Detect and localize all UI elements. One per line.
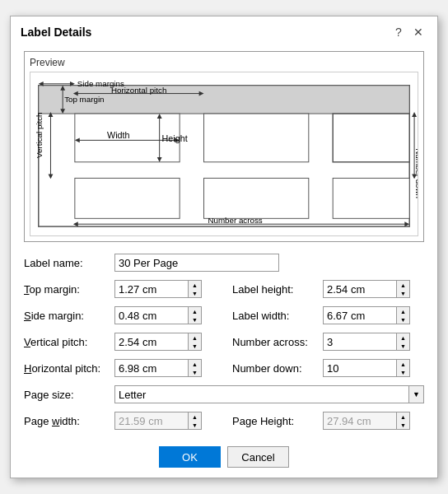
number-down-up[interactable]: ▲	[397, 360, 409, 368]
vertical-pitch-spinner: ▲ ▼	[189, 333, 202, 351]
number-down-spinner: ▲ ▼	[397, 359, 410, 377]
number-across-down[interactable]: ▼	[397, 342, 409, 350]
vertical-pitch-row: Vertical pitch: ▲ ▼	[24, 331, 216, 352]
page-height-up[interactable]: ▲	[397, 412, 409, 421]
label-height-label: Label height:	[232, 283, 323, 296]
svg-marker-33	[73, 221, 78, 226]
number-down-input[interactable]	[323, 359, 397, 377]
page-width-input[interactable]	[114, 412, 189, 430]
button-row: OK Cancel	[24, 446, 424, 468]
page-height-down[interactable]: ▼	[397, 421, 409, 429]
page-width-spinner: ▲ ▼	[189, 412, 202, 430]
svg-text:Width: Width	[107, 130, 130, 140]
vertical-pitch-down[interactable]: ▼	[189, 342, 201, 350]
page-height-input[interactable]	[323, 412, 397, 430]
label-width-input[interactable]	[323, 306, 397, 324]
label-height-down[interactable]: ▼	[397, 289, 409, 297]
page-size-input-wrap: ▼	[114, 385, 424, 403]
title-bar: Label Details ? ✕	[11, 16, 437, 46]
side-margin-down[interactable]: ▼	[189, 315, 201, 324]
preview-canvas: Top margin Side margins Horizontal pitch	[30, 72, 418, 236]
side-margin-input-wrap: ▲ ▼	[114, 306, 216, 324]
page-height-label: Page Height:	[232, 415, 323, 427]
side-margin-spinner: ▲ ▼	[189, 306, 202, 324]
page-size-input[interactable]	[114, 385, 409, 403]
preview-section: Preview	[24, 51, 424, 242]
top-margin-label: Top margin:	[24, 283, 114, 296]
diagram-svg: Top margin Side margins Horizontal pitch	[30, 72, 418, 235]
horizontal-pitch-input-wrap: ▲ ▼	[114, 359, 216, 377]
side-margin-input[interactable]	[114, 306, 189, 324]
horizontal-pitch-input[interactable]	[114, 359, 189, 377]
label-name-row: Label name:	[24, 252, 424, 273]
svg-rect-7	[333, 178, 409, 218]
page-dimensions-row: Page width: ▲ ▼ Page Height: ▲	[24, 410, 424, 436]
svg-text:Horizontal pitch: Horizontal pitch	[111, 86, 166, 95]
svg-text:Number down: Number down	[414, 148, 418, 198]
number-across-up[interactable]: ▲	[397, 333, 409, 342]
svg-text:Top margin: Top margin	[64, 95, 104, 104]
horizontal-pitch-spinner: ▲ ▼	[189, 359, 202, 377]
label-name-label: Label name:	[24, 257, 114, 269]
page-width-row: Page width: ▲ ▼	[24, 410, 216, 431]
horizontal-pitch-up[interactable]: ▲	[189, 360, 201, 368]
close-button[interactable]: ✕	[409, 23, 427, 41]
vertical-pitch-label: Vertical pitch:	[24, 336, 114, 348]
label-width-down[interactable]: ▼	[397, 315, 409, 324]
cancel-button[interactable]: Cancel	[227, 446, 289, 468]
svg-text:Height: Height	[162, 133, 188, 143]
number-down-down[interactable]: ▼	[397, 368, 409, 376]
svg-rect-4	[333, 114, 409, 162]
horizontal-pitch-down[interactable]: ▼	[189, 368, 201, 376]
label-width-up[interactable]: ▲	[397, 307, 409, 315]
side-margin-label: Side margin:	[24, 310, 114, 322]
top-margin-input-wrap: ▲ ▼	[114, 280, 216, 298]
top-margin-up[interactable]: ▲	[189, 281, 201, 289]
preview-label: Preview	[30, 57, 418, 68]
label-width-input-wrap: ▲ ▼	[323, 306, 424, 324]
side-margin-row: Side margin: ▲ ▼	[24, 305, 216, 326]
number-down-input-wrap: ▲ ▼	[323, 359, 424, 377]
label-width-spinner: ▲ ▼	[397, 306, 410, 324]
page-width-input-wrap: ▲ ▼	[114, 412, 216, 430]
number-down-label: Number down:	[232, 362, 323, 375]
label-details-dialog: Label Details ? ✕ Preview	[10, 16, 438, 478]
page-width-down[interactable]: ▼	[189, 421, 201, 429]
number-across-spinner: ▲ ▼	[397, 333, 410, 351]
label-height-input[interactable]	[323, 280, 397, 298]
svg-marker-34	[404, 221, 409, 226]
number-across-input[interactable]	[323, 333, 397, 351]
top-margin-spinner: ▲ ▼	[189, 280, 202, 298]
form-fields: Label name: Top margin: ▲ ▼	[24, 252, 424, 436]
number-across-label: Number across:	[232, 336, 323, 348]
help-button[interactable]: ?	[390, 23, 408, 41]
page-size-dropdown[interactable]: ▼	[409, 385, 424, 403]
label-height-up[interactable]: ▲	[397, 281, 409, 289]
form-two-col: Top margin: ▲ ▼ Label height:	[24, 278, 424, 384]
svg-text:Vertical pitch: Vertical pitch	[35, 112, 44, 157]
top-margin-row: Top margin: ▲ ▼	[24, 278, 216, 300]
top-margin-input[interactable]	[114, 280, 189, 298]
dialog-body: Preview	[11, 46, 437, 478]
label-width-row: Label width: ▲ ▼	[232, 305, 424, 326]
page-width-up[interactable]: ▲	[189, 412, 201, 421]
side-margin-up[interactable]: ▲	[189, 307, 201, 315]
svg-rect-5	[75, 178, 180, 218]
horizontal-pitch-row: Horizontal pitch: ▲ ▼	[24, 357, 216, 379]
label-height-spinner: ▲ ▼	[397, 280, 410, 298]
svg-text:Number across: Number across	[208, 216, 262, 225]
label-name-input-wrap	[114, 254, 424, 272]
label-name-input[interactable]	[114, 254, 279, 272]
label-height-input-wrap: ▲ ▼	[323, 280, 424, 298]
title-bar-controls: ? ✕	[390, 23, 427, 41]
vertical-pitch-up[interactable]: ▲	[189, 333, 201, 342]
number-down-row: Number down: ▲ ▼	[232, 357, 424, 379]
page-height-row: Page Height: ▲ ▼	[232, 410, 424, 431]
svg-rect-3	[204, 114, 309, 162]
horizontal-pitch-label: Horizontal pitch:	[24, 362, 114, 375]
svg-rect-6	[204, 178, 309, 218]
ok-button[interactable]: OK	[159, 446, 221, 468]
label-height-row: Label height: ▲ ▼	[232, 278, 424, 300]
vertical-pitch-input[interactable]	[114, 333, 189, 351]
top-margin-down[interactable]: ▼	[189, 289, 201, 297]
